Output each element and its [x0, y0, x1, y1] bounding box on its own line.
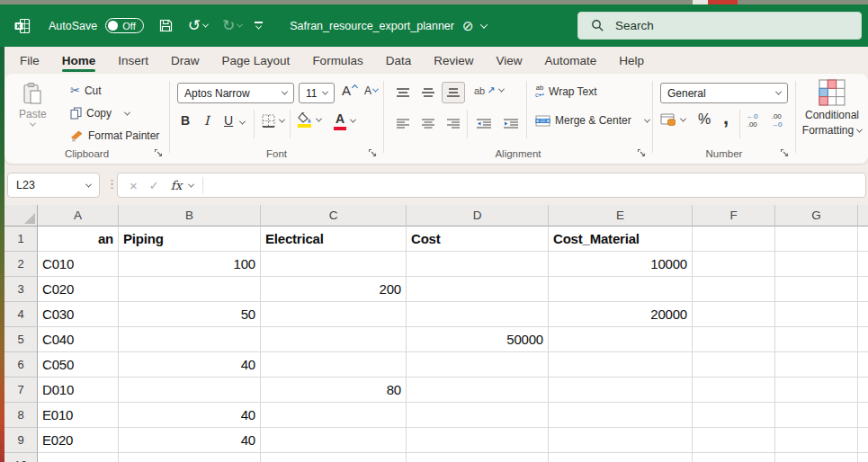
row-header-10[interactable]: 10: [4, 453, 38, 462]
cell-g10[interactable]: [775, 453, 858, 462]
cell-c1[interactable]: Electrical: [261, 227, 407, 252]
align-right-button[interactable]: [442, 112, 465, 134]
font-color-button[interactable]: A: [334, 111, 355, 130]
tab-draw[interactable]: Draw: [171, 47, 200, 74]
tab-review[interactable]: Review: [434, 47, 473, 74]
cell-f5[interactable]: [693, 327, 775, 352]
cell-f4[interactable]: [693, 302, 775, 327]
cell-d5[interactable]: 50000: [407, 327, 549, 352]
cell-a1[interactable]: an: [38, 227, 119, 252]
row-header-5[interactable]: 5: [4, 327, 38, 352]
cell-e6[interactable]: [549, 352, 693, 378]
cell-b4[interactable]: 50: [119, 302, 261, 327]
customize-toolbar-button[interactable]: [255, 22, 263, 30]
cell-g8[interactable]: [775, 403, 858, 428]
search-input[interactable]: Search: [577, 12, 862, 40]
cell-g4[interactable]: [775, 302, 858, 327]
cell-a7[interactable]: D010: [38, 378, 119, 403]
column-header-f[interactable]: F: [693, 205, 775, 227]
row-header-1[interactable]: 1: [4, 227, 38, 252]
tab-view[interactable]: View: [496, 47, 522, 74]
row-header-9[interactable]: 9: [4, 428, 38, 453]
merge-center-button[interactable]: Merge & Center: [535, 114, 649, 127]
cell-h1[interactable]: [858, 227, 868, 252]
cell-b2[interactable]: 100: [119, 252, 261, 277]
fill-color-button[interactable]: [298, 112, 321, 128]
cell-a6[interactable]: C050: [38, 352, 119, 378]
cell-f9[interactable]: [693, 428, 775, 453]
underline-dropdown-icon[interactable]: [239, 119, 246, 125]
cell-a8[interactable]: E010: [38, 403, 119, 428]
alignment-dialog-launcher[interactable]: [637, 148, 646, 157]
cell-h10[interactable]: [858, 453, 868, 462]
tab-file[interactable]: File: [20, 47, 40, 74]
undo-button[interactable]: ↺: [188, 18, 208, 33]
italic-button[interactable]: I: [204, 113, 210, 128]
cut-button[interactable]: ✂ Cut: [70, 84, 102, 97]
bottom-align-button[interactable]: [442, 82, 465, 103]
cell-b7[interactable]: [119, 378, 261, 403]
tab-automate[interactable]: Automate: [544, 47, 596, 74]
column-header-d[interactable]: D: [407, 205, 549, 227]
cell-d10[interactable]: [407, 453, 549, 462]
cell-h9[interactable]: [858, 428, 868, 453]
row-header-2[interactable]: 2: [4, 252, 38, 277]
cell-f2[interactable]: [693, 252, 775, 277]
decrease-decimal-button[interactable]: .00 →0: [771, 113, 782, 129]
name-box[interactable]: L23: [7, 173, 100, 198]
cell-c10[interactable]: [261, 453, 407, 462]
align-center-button[interactable]: [416, 112, 440, 134]
row-header-3[interactable]: 3: [4, 277, 38, 302]
cell-a3[interactable]: C020: [38, 277, 119, 302]
row-header-7[interactable]: 7: [4, 378, 38, 403]
cell-e10[interactable]: [549, 453, 693, 462]
cell-a10[interactable]: [38, 453, 119, 462]
column-header-partial[interactable]: [858, 205, 868, 227]
row-header-4[interactable]: 4: [4, 302, 38, 327]
top-align-button[interactable]: [391, 82, 415, 103]
cell-d8[interactable]: [407, 403, 549, 428]
cell-f8[interactable]: [693, 403, 775, 428]
borders-button[interactable]: [262, 114, 284, 128]
cell-f6[interactable]: [693, 352, 775, 378]
cell-b8[interactable]: 40: [119, 403, 261, 428]
cell-f10[interactable]: [693, 453, 775, 462]
copy-button[interactable]: Copy: [70, 107, 130, 120]
cell-f1[interactable]: [693, 227, 775, 252]
increase-decimal-button[interactable]: ←0 .00: [747, 113, 757, 129]
cell-e2[interactable]: 10000: [549, 252, 693, 277]
cell-c6[interactable]: [261, 352, 407, 378]
orientation-button[interactable]: ab ↗: [474, 84, 504, 96]
cell-a5[interactable]: C040: [38, 327, 119, 352]
cell-d1[interactable]: Cost: [407, 227, 549, 252]
cell-g2[interactable]: [775, 252, 858, 277]
tab-home[interactable]: Home: [62, 47, 96, 74]
decrease-font-size-button[interactable]: A: [364, 84, 378, 97]
cell-g1[interactable]: [775, 227, 858, 252]
middle-align-button[interactable]: [416, 82, 440, 103]
font-family-select[interactable]: Aptos Narrow: [177, 83, 294, 103]
cell-h7[interactable]: [858, 378, 868, 403]
conditional-formatting-button[interactable]: Conditional Formatting: [796, 79, 868, 137]
row-header-6[interactable]: 6: [4, 352, 38, 378]
cell-d6[interactable]: [407, 352, 549, 378]
column-header-e[interactable]: E: [549, 205, 693, 227]
cell-c4[interactable]: [261, 302, 407, 327]
number-dialog-launcher[interactable]: [780, 148, 789, 157]
cell-c2[interactable]: [261, 252, 407, 277]
number-format-select[interactable]: General: [660, 83, 788, 103]
insert-function-button[interactable]: fx: [171, 178, 183, 192]
cell-e1[interactable]: Cost_Material: [549, 227, 693, 252]
font-size-select[interactable]: 11: [299, 83, 335, 103]
tab-formulas[interactable]: Formulas: [312, 47, 362, 74]
autosave-toggle[interactable]: Off: [105, 18, 143, 33]
cell-b10[interactable]: [119, 453, 261, 462]
cell-f3[interactable]: [693, 277, 775, 302]
column-header-c[interactable]: C: [261, 205, 407, 227]
cell-e5[interactable]: [549, 327, 693, 352]
cell-b5[interactable]: [119, 327, 261, 352]
column-header-a[interactable]: A: [38, 205, 119, 227]
bold-button[interactable]: B: [181, 113, 190, 128]
select-all-corner[interactable]: [4, 205, 38, 227]
title-dropdown-button[interactable]: [481, 23, 487, 29]
